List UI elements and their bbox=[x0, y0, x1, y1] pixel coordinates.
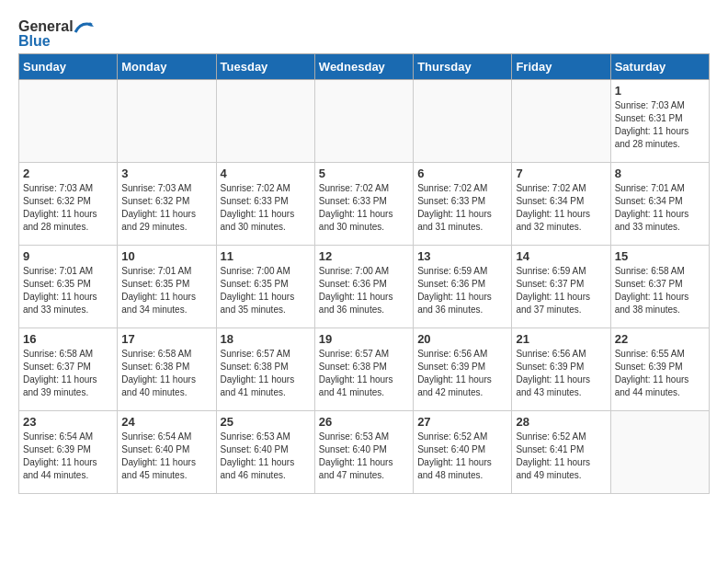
calendar-cell: 3Sunrise: 7:03 AM Sunset: 6:32 PM Daylig… bbox=[118, 163, 216, 246]
day-info: Sunrise: 6:59 AM Sunset: 6:37 PM Dayligh… bbox=[516, 265, 606, 316]
week-row-5: 23Sunrise: 6:54 AM Sunset: 6:39 PM Dayli… bbox=[19, 411, 710, 494]
header: General Blue bbox=[18, 18, 710, 50]
calendar-cell: 20Sunrise: 6:56 AM Sunset: 6:39 PM Dayli… bbox=[414, 328, 512, 411]
day-info: Sunrise: 7:03 AM Sunset: 6:32 PM Dayligh… bbox=[23, 182, 113, 234]
calendar-cell: 16Sunrise: 6:58 AM Sunset: 6:37 PM Dayli… bbox=[19, 328, 118, 411]
day-number: 1 bbox=[615, 84, 705, 98]
day-number: 4 bbox=[221, 167, 311, 180]
calendar-cell: 26Sunrise: 6:53 AM Sunset: 6:40 PM Dayli… bbox=[314, 411, 413, 494]
calendar-cell: 24Sunrise: 6:54 AM Sunset: 6:40 PM Dayli… bbox=[118, 411, 216, 494]
day-number: 8 bbox=[615, 167, 705, 180]
week-row-2: 2Sunrise: 7:03 AM Sunset: 6:32 PM Daylig… bbox=[19, 163, 710, 246]
calendar-cell: 15Sunrise: 6:58 AM Sunset: 6:37 PM Dayli… bbox=[610, 246, 709, 328]
logo: General Blue bbox=[18, 18, 94, 50]
calendar-cell: 27Sunrise: 6:52 AM Sunset: 6:40 PM Dayli… bbox=[414, 411, 512, 494]
day-number: 19 bbox=[319, 332, 409, 346]
day-info: Sunrise: 7:02 AM Sunset: 6:34 PM Dayligh… bbox=[516, 182, 606, 234]
day-info: Sunrise: 6:52 AM Sunset: 6:41 PM Dayligh… bbox=[516, 431, 606, 482]
day-number: 21 bbox=[516, 332, 606, 346]
calendar-cell: 11Sunrise: 7:00 AM Sunset: 6:35 PM Dayli… bbox=[216, 246, 314, 328]
day-number: 22 bbox=[615, 332, 705, 346]
day-number: 14 bbox=[516, 249, 606, 263]
column-header-monday: Monday bbox=[118, 54, 216, 80]
day-number: 5 bbox=[319, 167, 409, 180]
calendar-cell: 17Sunrise: 6:58 AM Sunset: 6:38 PM Dayli… bbox=[118, 328, 216, 411]
calendar-cell: 4Sunrise: 7:02 AM Sunset: 6:33 PM Daylig… bbox=[216, 163, 314, 246]
calendar-cell: 19Sunrise: 6:57 AM Sunset: 6:38 PM Dayli… bbox=[314, 328, 413, 411]
day-info: Sunrise: 7:01 AM Sunset: 6:35 PM Dayligh… bbox=[121, 265, 211, 316]
day-number: 13 bbox=[417, 249, 507, 263]
day-info: Sunrise: 6:53 AM Sunset: 6:40 PM Dayligh… bbox=[319, 431, 409, 482]
day-info: Sunrise: 6:58 AM Sunset: 6:37 PM Dayligh… bbox=[615, 265, 705, 316]
day-number: 6 bbox=[417, 167, 507, 180]
day-info: Sunrise: 6:52 AM Sunset: 6:40 PM Dayligh… bbox=[417, 431, 507, 482]
calendar-cell bbox=[512, 80, 610, 163]
day-number: 27 bbox=[417, 415, 507, 429]
calendar-cell: 22Sunrise: 6:55 AM Sunset: 6:39 PM Dayli… bbox=[610, 328, 709, 411]
day-info: Sunrise: 6:57 AM Sunset: 6:38 PM Dayligh… bbox=[319, 348, 409, 399]
day-number: 9 bbox=[23, 249, 113, 263]
calendar-cell: 6Sunrise: 7:02 AM Sunset: 6:33 PM Daylig… bbox=[414, 163, 512, 246]
calendar-cell: 21Sunrise: 6:56 AM Sunset: 6:39 PM Dayli… bbox=[512, 328, 610, 411]
day-number: 28 bbox=[516, 415, 606, 429]
column-header-sunday: Sunday bbox=[19, 54, 118, 80]
day-info: Sunrise: 6:58 AM Sunset: 6:37 PM Dayligh… bbox=[23, 348, 113, 399]
calendar-cell: 12Sunrise: 7:00 AM Sunset: 6:36 PM Dayli… bbox=[314, 246, 413, 328]
calendar-cell: 14Sunrise: 6:59 AM Sunset: 6:37 PM Dayli… bbox=[512, 246, 610, 328]
calendar-cell: 28Sunrise: 6:52 AM Sunset: 6:41 PM Dayli… bbox=[512, 411, 610, 494]
day-info: Sunrise: 6:56 AM Sunset: 6:39 PM Dayligh… bbox=[516, 348, 606, 399]
day-info: Sunrise: 7:00 AM Sunset: 6:35 PM Dayligh… bbox=[221, 265, 311, 316]
day-info: Sunrise: 6:57 AM Sunset: 6:38 PM Dayligh… bbox=[221, 348, 311, 399]
calendar-cell: 9Sunrise: 7:01 AM Sunset: 6:35 PM Daylig… bbox=[19, 246, 118, 328]
calendar-cell: 5Sunrise: 7:02 AM Sunset: 6:33 PM Daylig… bbox=[314, 163, 413, 246]
day-info: Sunrise: 7:00 AM Sunset: 6:36 PM Dayligh… bbox=[319, 265, 409, 316]
day-number: 15 bbox=[615, 249, 705, 263]
day-info: Sunrise: 6:54 AM Sunset: 6:39 PM Dayligh… bbox=[23, 431, 113, 482]
day-number: 2 bbox=[23, 167, 113, 180]
week-row-1: 1Sunrise: 7:03 AM Sunset: 6:31 PM Daylig… bbox=[19, 80, 710, 163]
calendar-cell bbox=[216, 80, 314, 163]
day-number: 10 bbox=[121, 249, 211, 263]
day-info: Sunrise: 6:56 AM Sunset: 6:39 PM Dayligh… bbox=[417, 348, 507, 399]
calendar-cell: 23Sunrise: 6:54 AM Sunset: 6:39 PM Dayli… bbox=[19, 411, 118, 494]
calendar-cell: 2Sunrise: 7:03 AM Sunset: 6:32 PM Daylig… bbox=[19, 163, 118, 246]
calendar-cell bbox=[314, 80, 413, 163]
calendar-cell: 7Sunrise: 7:02 AM Sunset: 6:34 PM Daylig… bbox=[512, 163, 610, 246]
day-number: 16 bbox=[23, 332, 113, 346]
calendar-cell: 25Sunrise: 6:53 AM Sunset: 6:40 PM Dayli… bbox=[216, 411, 314, 494]
week-row-3: 9Sunrise: 7:01 AM Sunset: 6:35 PM Daylig… bbox=[19, 246, 710, 328]
calendar-cell: 8Sunrise: 7:01 AM Sunset: 6:34 PM Daylig… bbox=[610, 163, 709, 246]
logo-blue: Blue bbox=[18, 33, 51, 50]
column-header-tuesday: Tuesday bbox=[216, 54, 314, 80]
column-header-thursday: Thursday bbox=[414, 54, 512, 80]
day-info: Sunrise: 7:02 AM Sunset: 6:33 PM Dayligh… bbox=[221, 182, 311, 234]
day-info: Sunrise: 7:03 AM Sunset: 6:32 PM Dayligh… bbox=[121, 182, 211, 234]
day-number: 24 bbox=[121, 415, 211, 429]
calendar-cell: 10Sunrise: 7:01 AM Sunset: 6:35 PM Dayli… bbox=[118, 246, 216, 328]
day-number: 17 bbox=[121, 332, 211, 346]
day-number: 18 bbox=[221, 332, 311, 346]
day-info: Sunrise: 6:59 AM Sunset: 6:36 PM Dayligh… bbox=[417, 265, 507, 316]
column-header-saturday: Saturday bbox=[610, 54, 709, 80]
day-info: Sunrise: 6:55 AM Sunset: 6:39 PM Dayligh… bbox=[615, 348, 705, 399]
day-number: 26 bbox=[319, 415, 409, 429]
column-header-friday: Friday bbox=[512, 54, 610, 80]
calendar-cell bbox=[610, 411, 709, 494]
day-info: Sunrise: 7:02 AM Sunset: 6:33 PM Dayligh… bbox=[417, 182, 507, 234]
day-number: 11 bbox=[221, 249, 311, 263]
calendar-cell: 18Sunrise: 6:57 AM Sunset: 6:38 PM Dayli… bbox=[216, 328, 314, 411]
day-info: Sunrise: 7:02 AM Sunset: 6:33 PM Dayligh… bbox=[319, 182, 409, 234]
day-number: 3 bbox=[121, 167, 211, 180]
calendar-cell bbox=[414, 80, 512, 163]
day-info: Sunrise: 7:01 AM Sunset: 6:35 PM Dayligh… bbox=[23, 265, 113, 316]
logo-swoosh-icon bbox=[74, 19, 94, 34]
calendar-table: SundayMondayTuesdayWednesdayThursdayFrid… bbox=[18, 53, 710, 494]
day-info: Sunrise: 7:03 AM Sunset: 6:31 PM Dayligh… bbox=[615, 99, 705, 151]
column-header-wednesday: Wednesday bbox=[314, 54, 413, 80]
calendar-header-row: SundayMondayTuesdayWednesdayThursdayFrid… bbox=[19, 54, 710, 80]
day-number: 7 bbox=[516, 167, 606, 180]
day-info: Sunrise: 7:01 AM Sunset: 6:34 PM Dayligh… bbox=[615, 182, 705, 234]
calendar-cell: 1Sunrise: 7:03 AM Sunset: 6:31 PM Daylig… bbox=[610, 80, 709, 163]
calendar-cell bbox=[118, 80, 216, 163]
day-info: Sunrise: 6:54 AM Sunset: 6:40 PM Dayligh… bbox=[121, 431, 211, 482]
